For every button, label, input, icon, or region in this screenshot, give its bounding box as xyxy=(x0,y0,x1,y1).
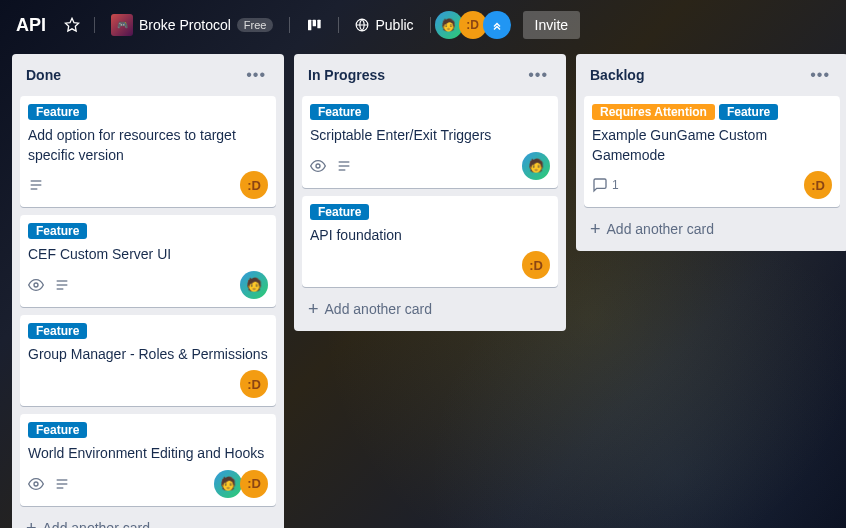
svg-point-8 xyxy=(34,283,38,287)
plus-icon: + xyxy=(308,302,319,316)
workspace-badge[interactable]: 🎮 Broke Protocol Free xyxy=(103,8,281,42)
label-feature[interactable]: Feature xyxy=(310,104,369,120)
card[interactable]: Feature Group Manager - Roles & Permissi… xyxy=(20,315,276,407)
avatar[interactable]: :D xyxy=(240,470,268,498)
workspace-name: Broke Protocol xyxy=(139,17,231,33)
svg-rect-2 xyxy=(313,20,316,27)
star-icon xyxy=(64,17,80,33)
svg-rect-1 xyxy=(308,20,311,31)
add-card-button[interactable]: + Add another card xyxy=(20,514,276,528)
avatar[interactable] xyxy=(483,11,511,39)
description-icon xyxy=(54,476,70,492)
chevrons-icon xyxy=(491,19,503,31)
avatar[interactable]: :D xyxy=(804,171,832,199)
card-title: API foundation xyxy=(310,226,550,246)
divider xyxy=(289,17,290,33)
comment-badge: 1 xyxy=(592,177,619,193)
watch-icon xyxy=(310,158,326,174)
free-pill: Free xyxy=(237,18,274,32)
workspace-icon: 🎮 xyxy=(111,14,133,36)
description-icon xyxy=(54,277,70,293)
visibility-button[interactable]: Public xyxy=(347,11,421,39)
description-icon xyxy=(28,177,44,193)
board: Done ••• Feature Add option for resource… xyxy=(0,50,846,528)
list-done: Done ••• Feature Add option for resource… xyxy=(12,54,284,528)
avatar[interactable]: 🧑 xyxy=(240,271,268,299)
divider xyxy=(338,17,339,33)
label-feature[interactable]: Feature xyxy=(310,204,369,220)
add-card-button[interactable]: + Add another card xyxy=(302,295,558,323)
label-feature[interactable]: Feature xyxy=(28,323,87,339)
member-avatars[interactable]: 🧑 :D xyxy=(439,11,511,39)
invite-button[interactable]: Invite xyxy=(523,11,580,39)
globe-icon xyxy=(355,18,369,32)
list-header: Done ••• xyxy=(20,62,276,88)
card[interactable]: Feature API foundation :D xyxy=(302,196,558,288)
list-header: In Progress ••• xyxy=(302,62,558,88)
avatar[interactable]: :D xyxy=(240,370,268,398)
list-header: Backlog ••• xyxy=(584,62,840,88)
list-in-progress: In Progress ••• Feature Scriptable Enter… xyxy=(294,54,566,331)
add-card-button[interactable]: + Add another card xyxy=(584,215,840,243)
card[interactable]: Feature Add option for resources to targ… xyxy=(20,96,276,207)
watch-icon xyxy=(28,277,44,293)
card-title: CEF Custom Server UI xyxy=(28,245,268,265)
list-menu-button[interactable]: ••• xyxy=(806,64,834,86)
card[interactable]: Requires Attention Feature Example GunGa… xyxy=(584,96,840,207)
visibility-label: Public xyxy=(375,17,413,33)
list-title[interactable]: Backlog xyxy=(590,67,644,83)
list-menu-button[interactable]: ••• xyxy=(242,64,270,86)
card-title: Example GunGame Custom Gamemode xyxy=(592,126,832,165)
svg-marker-0 xyxy=(65,18,78,31)
comment-icon xyxy=(592,177,608,193)
star-button[interactable] xyxy=(58,11,86,39)
svg-point-16 xyxy=(316,164,320,168)
divider xyxy=(94,17,95,33)
board-title[interactable]: API xyxy=(12,15,50,36)
svg-rect-3 xyxy=(318,20,321,29)
plus-icon: + xyxy=(590,222,601,236)
card-title: Add option for resources to target speci… xyxy=(28,126,268,165)
svg-point-12 xyxy=(34,482,38,486)
label-feature[interactable]: Feature xyxy=(28,422,87,438)
list-title[interactable]: Done xyxy=(26,67,61,83)
description-icon xyxy=(336,158,352,174)
board-view-button[interactable] xyxy=(298,11,330,39)
board-icon xyxy=(306,17,322,33)
watch-icon xyxy=(28,476,44,492)
card-title: World Environment Editing and Hooks xyxy=(28,444,268,464)
list-backlog: Backlog ••• Requires Attention Feature E… xyxy=(576,54,846,251)
card[interactable]: Feature World Environment Editing and Ho… xyxy=(20,414,276,506)
card-title: Group Manager - Roles & Permissions xyxy=(28,345,268,365)
card[interactable]: Feature CEF Custom Server UI 🧑 xyxy=(20,215,276,307)
board-header: API 🎮 Broke Protocol Free Public 🧑 :D In… xyxy=(0,0,846,50)
list-menu-button[interactable]: ••• xyxy=(524,64,552,86)
label-requires-attention[interactable]: Requires Attention xyxy=(592,104,715,120)
avatar[interactable]: 🧑 xyxy=(522,152,550,180)
label-feature[interactable]: Feature xyxy=(28,223,87,239)
label-feature[interactable]: Feature xyxy=(719,104,778,120)
card[interactable]: Feature Scriptable Enter/Exit Triggers 🧑 xyxy=(302,96,558,188)
avatar[interactable]: 🧑 xyxy=(214,470,242,498)
divider xyxy=(430,17,431,33)
label-feature[interactable]: Feature xyxy=(28,104,87,120)
plus-icon: + xyxy=(26,521,37,528)
card-title: Scriptable Enter/Exit Triggers xyxy=(310,126,550,146)
list-title[interactable]: In Progress xyxy=(308,67,385,83)
avatar[interactable]: :D xyxy=(522,251,550,279)
avatar[interactable]: :D xyxy=(240,171,268,199)
